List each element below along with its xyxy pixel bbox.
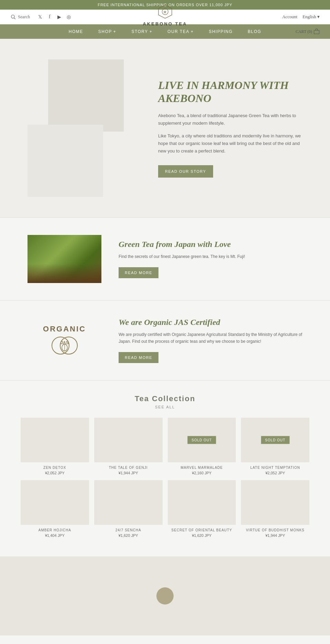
tea-image-3: SOLD OUT bbox=[241, 418, 309, 462]
tea-price-6: ¥1,620 JPY bbox=[168, 533, 236, 538]
hero-image-top bbox=[48, 59, 124, 132]
tea-name-5: 24/7 SENCHA bbox=[94, 528, 163, 532]
header: Search 𝕏 f ▶ ◎ ✿ AKEBONO TEA TOKYO Accou… bbox=[0, 10, 330, 24]
search-label: Search bbox=[18, 14, 30, 20]
organic-jas-logo: JAS bbox=[51, 335, 78, 356]
header-right: Account English ▾ bbox=[282, 14, 320, 20]
tea-image-4 bbox=[21, 480, 89, 525]
account-link[interactable]: Account bbox=[282, 14, 297, 20]
tea-name-0: ZEN DETOX bbox=[21, 466, 89, 470]
social-icons: 𝕏 f ▶ ◎ bbox=[37, 14, 72, 20]
tea-card-0[interactable]: ZEN DETOX ¥2,052 JPY bbox=[21, 418, 89, 475]
search-icon bbox=[10, 14, 16, 20]
search-button[interactable]: Search bbox=[10, 14, 30, 20]
tea-name-2: MARVEL MARMALADE bbox=[168, 466, 236, 470]
chevron-down-icon: ▾ bbox=[317, 14, 320, 19]
instagram-icon[interactable]: ◎ bbox=[66, 14, 72, 20]
tea-image-5 bbox=[94, 480, 163, 525]
logo-location: TOKYO bbox=[143, 26, 187, 30]
sold-out-badge-3: SOLD OUT bbox=[261, 436, 289, 444]
green-tea-desc: Find the secrets of our finest Japanese … bbox=[119, 253, 302, 260]
tea-card-6[interactable]: SECRET OF ORIENTAL BEAUTY ¥1,620 JPY bbox=[168, 480, 236, 538]
tea-price-1: ¥1,944 JPY bbox=[94, 471, 163, 475]
hero-title: LIVE IN HARMONY WITH AKEBONO bbox=[158, 79, 302, 105]
logo-icon: ✿ bbox=[157, 4, 173, 19]
tea-price-3: ¥2,052 JPY bbox=[241, 471, 309, 475]
tea-price-5: ¥1,620 JPY bbox=[94, 533, 163, 538]
tea-price-0: ¥2,052 JPY bbox=[21, 471, 89, 475]
nav-item-shop[interactable]: SHOP + bbox=[91, 24, 124, 39]
tea-image-2: SOLD OUT bbox=[168, 418, 236, 462]
organic-section: ORGANIC JAS We are Organic JAS Certified… bbox=[0, 301, 330, 380]
read-story-button[interactable]: READ OUR STORY bbox=[158, 165, 213, 178]
chevron-down-icon: + bbox=[150, 29, 153, 34]
tea-grid-row2: AMBER HOJICHA ¥1,404 JPY 24/7 SENCHA ¥1,… bbox=[21, 480, 309, 538]
footer-logo bbox=[156, 587, 174, 605]
nav-item-home[interactable]: HOME bbox=[61, 24, 91, 39]
tea-name-4: AMBER HOJICHA bbox=[21, 528, 89, 532]
hero-section: LIVE IN HARMONY WITH AKEBONO Akebono Tea… bbox=[0, 39, 330, 217]
logo-name: AKEBONO TEA bbox=[143, 21, 187, 26]
green-tea-content: Green Tea from Japan with Love Find the … bbox=[119, 240, 302, 278]
svg-line-1 bbox=[14, 18, 15, 19]
green-tea-section: Green Tea from Japan with Love Find the … bbox=[0, 218, 330, 300]
footer-section bbox=[0, 556, 330, 635]
organic-title: We are Organic JAS Certified bbox=[119, 318, 302, 327]
chevron-down-icon: + bbox=[191, 29, 194, 34]
nav-item-blog[interactable]: BLOG bbox=[240, 24, 269, 39]
hero-desc-2: Like Tokyo, a city where old traditions … bbox=[158, 132, 302, 155]
logo[interactable]: ✿ AKEBONO TEA TOKYO bbox=[143, 4, 187, 30]
tea-grid-row1: ZEN DETOX ¥2,052 JPY THE TALE OF GENJI ¥… bbox=[21, 418, 309, 475]
language-selector[interactable]: English ▾ bbox=[302, 14, 320, 20]
organic-logo: ORGANIC JAS bbox=[28, 320, 101, 361]
svg-rect-5 bbox=[314, 30, 319, 34]
tea-card-3[interactable]: SOLD OUT LATE NIGHT TEMPTATION ¥2,052 JP… bbox=[241, 418, 309, 475]
twitter-icon[interactable]: 𝕏 bbox=[37, 14, 43, 20]
collection-title: Tea Collection bbox=[21, 394, 309, 403]
svg-point-0 bbox=[11, 15, 14, 18]
tea-card-5[interactable]: 24/7 SENCHA ¥1,620 JPY bbox=[94, 480, 163, 538]
tea-card-1[interactable]: THE TALE OF GENJI ¥1,944 JPY bbox=[94, 418, 163, 475]
sold-out-badge-2: SOLD OUT bbox=[187, 436, 216, 444]
green-tea-photo bbox=[28, 235, 101, 283]
tea-price-2: ¥2,160 JPY bbox=[168, 471, 236, 475]
cart-icon bbox=[314, 29, 320, 35]
cart-button[interactable]: CART (0) bbox=[296, 29, 320, 35]
nav-item-shipping[interactable]: SHIPPING bbox=[201, 24, 240, 39]
collection-section: Tea Collection SEE ALL ZEN DETOX ¥2,052 … bbox=[0, 381, 330, 556]
tea-name-3: LATE NIGHT TEMPTATION bbox=[241, 466, 309, 470]
tea-image-0 bbox=[21, 418, 89, 462]
hero-desc-1: Akebono Tea, a blend of traditional Japa… bbox=[158, 112, 302, 127]
tea-image-6 bbox=[168, 480, 236, 525]
hero-images bbox=[28, 59, 138, 197]
header-left: Search 𝕏 f ▶ ◎ bbox=[10, 14, 72, 20]
facebook-icon[interactable]: f bbox=[46, 14, 53, 20]
jas-icon: JAS bbox=[51, 335, 78, 356]
tea-card-7[interactable]: VIRTUE OF BUDDHIST MONKS ¥1,944 JPY bbox=[241, 480, 309, 538]
tea-image-7 bbox=[241, 480, 309, 525]
hero-image-bottom bbox=[28, 125, 103, 197]
cart-label: CART (0) bbox=[296, 29, 312, 34]
tea-price-7: ¥1,944 JPY bbox=[241, 533, 309, 538]
organic-text: ORGANIC bbox=[43, 325, 86, 334]
green-tea-read-more-button[interactable]: READ MORE bbox=[119, 267, 158, 278]
green-tea-image bbox=[28, 235, 101, 283]
tea-name-6: SECRET OF ORIENTAL BEAUTY bbox=[168, 528, 236, 532]
see-all-link[interactable]: SEE ALL bbox=[21, 405, 309, 409]
organic-desc: We are proudly certified with Organic Ja… bbox=[119, 331, 302, 345]
chevron-down-icon: + bbox=[113, 29, 117, 34]
tea-name-7: VIRTUE OF BUDDHIST MONKS bbox=[241, 528, 309, 532]
hero-text: LIVE IN HARMONY WITH AKEBONO Akebono Tea… bbox=[158, 79, 302, 178]
tea-image-1 bbox=[94, 418, 163, 462]
tea-name-1: THE TALE OF GENJI bbox=[94, 466, 163, 470]
organic-read-more-button[interactable]: READ MORE bbox=[119, 352, 158, 363]
tea-card-4[interactable]: AMBER HOJICHA ¥1,404 JPY bbox=[21, 480, 89, 538]
organic-content: We are Organic JAS Certified We are prou… bbox=[119, 318, 302, 363]
youtube-icon[interactable]: ▶ bbox=[56, 14, 62, 20]
svg-text:✿: ✿ bbox=[164, 10, 166, 13]
tea-price-4: ¥1,404 JPY bbox=[21, 533, 89, 538]
tea-card-2[interactable]: SOLD OUT MARVEL MARMALADE ¥2,160 JPY bbox=[168, 418, 236, 475]
green-tea-title: Green Tea from Japan with Love bbox=[119, 240, 302, 249]
